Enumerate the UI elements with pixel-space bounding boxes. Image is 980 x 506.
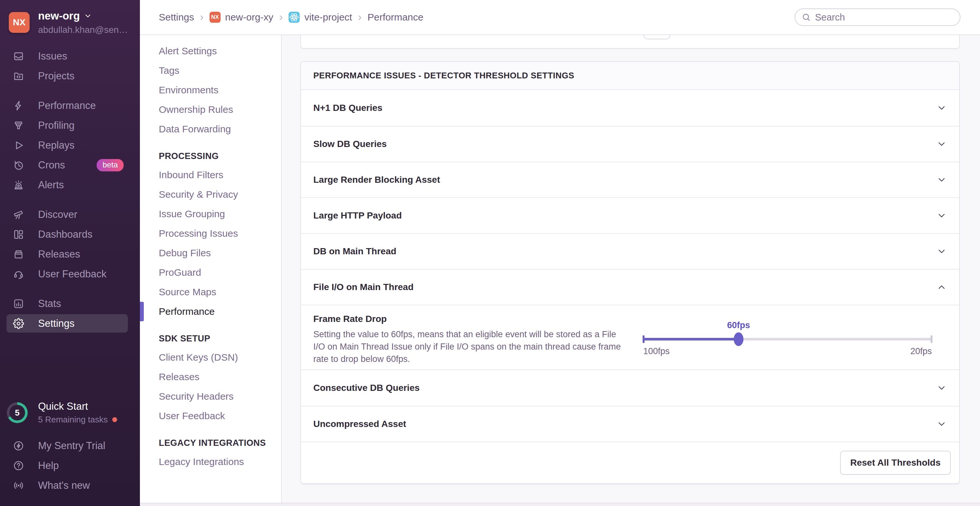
sidebar-item-replays[interactable]: Replays — [0, 135, 140, 155]
trial-icon — [13, 440, 24, 451]
settings-nav-item-proguard[interactable]: ProGuard — [140, 263, 281, 282]
settings-nav-item-alert-settings[interactable]: Alert Settings — [140, 41, 281, 61]
slider-end-cap — [931, 335, 932, 343]
accordion-row-n-1-db-queries[interactable]: N+1 DB Queries — [301, 90, 959, 126]
detector-threshold-panel: PERFORMANCE ISSUES - DETECTOR THRESHOLD … — [300, 61, 960, 484]
collapse-notch-button[interactable] — [644, 35, 670, 40]
accordion-row-file-i-o-on-main-thread[interactable]: File I/O on Main Thread — [301, 269, 959, 305]
slider-fill — [643, 338, 738, 341]
settings-nav-section-processing: PROCESSING — [140, 147, 281, 165]
top-header-bar: Settings›NXnew-org-xy›vite-project›Perfo… — [140, 0, 980, 35]
accordion-row-label: Large HTTP Payload — [313, 210, 936, 221]
sidebar-item-label: Discover — [38, 209, 78, 220]
settings-nav-item-inbound-filters[interactable]: Inbound Filters — [140, 165, 281, 185]
breadcrumb-item-settings[interactable]: Settings — [159, 12, 194, 23]
accordion-row-large-http-payload[interactable]: Large HTTP Payload — [301, 197, 959, 233]
sidebar-item-label: User Feedback — [38, 268, 107, 280]
settings-nav-label: Debug Files — [159, 247, 211, 259]
slider-min-label: 100fps — [643, 346, 670, 357]
settings-nav-item-performance[interactable]: Performance — [140, 302, 281, 321]
accordion-row-slow-db-queries[interactable]: Slow DB Queries — [301, 126, 959, 162]
sidebar-footer-nav: My Sentry TrialHelpWhat's new — [0, 436, 140, 495]
settings-nav-label: Alert Settings — [159, 46, 217, 57]
settings-nav-label: ProGuard — [159, 267, 201, 278]
sidebar-item-label: My Sentry Trial — [38, 440, 105, 452]
crons-icon — [13, 160, 24, 171]
sidebar-item-profiling[interactable]: Profiling — [0, 116, 140, 135]
breadcrumb-item-performance[interactable]: Performance — [368, 12, 423, 23]
accordion-rows-top: N+1 DB QueriesSlow DB QueriesLarge Rende… — [301, 89, 959, 305]
settings-nav-item-tags[interactable]: Tags — [140, 61, 281, 80]
panel-footer: Reset All Thresholds — [301, 442, 959, 483]
sidebar-item-projects[interactable]: Projects — [0, 66, 140, 86]
sidebar-item-issues[interactable]: Issues — [0, 46, 140, 66]
whats-new-icon — [13, 480, 24, 491]
settings-nav-item-ownership-rules[interactable]: Ownership Rules — [140, 100, 281, 119]
help-icon — [13, 460, 24, 471]
settings-nav-item-user-feedback[interactable]: User Feedback — [140, 406, 281, 426]
settings-nav-item-source-maps[interactable]: Source Maps — [140, 282, 281, 302]
sidebar-item-user-feedback[interactable]: User Feedback — [0, 264, 140, 284]
accordion-row-db-on-main-thread[interactable]: DB on Main Thread — [301, 233, 959, 269]
slider-handle[interactable] — [734, 332, 743, 346]
sidebar-item-label: Issues — [38, 51, 67, 62]
sidebar-item-label: Profiling — [38, 120, 75, 132]
settings-nav-item-environments[interactable]: Environments — [140, 80, 281, 100]
reset-all-thresholds-button[interactable]: Reset All Thresholds — [840, 451, 951, 475]
sidebar-item-settings[interactable]: Settings — [0, 314, 140, 333]
breadcrumb-label: Settings — [159, 12, 194, 23]
breadcrumb-item-vite-project[interactable]: vite-project — [289, 12, 352, 23]
sidebar-item-releases[interactable]: Releases — [0, 244, 140, 264]
sidebar-group: StatsSettings — [0, 293, 140, 333]
breadcrumb-item-new-org-xy[interactable]: NXnew-org-xy — [210, 12, 273, 23]
settings-nav-item-client-keys-dsn[interactable]: Client Keys (DSN) — [140, 347, 281, 367]
settings-nav-item-releases[interactable]: Releases — [140, 367, 281, 387]
sidebar-item-alerts[interactable]: Alerts — [0, 175, 140, 195]
search-box[interactable] — [795, 8, 961, 26]
sidebar-item-discover[interactable]: Discover — [0, 205, 140, 224]
quick-start-progress-ring: 5 — [7, 402, 28, 423]
sidebar-item-help[interactable]: Help — [0, 455, 140, 476]
main-content: PERFORMANCE ISSUES - DETECTOR THRESHOLD … — [282, 35, 980, 503]
chevron-down-icon — [936, 174, 947, 185]
horizontal-scrollbar-track[interactable] — [140, 503, 980, 506]
active-indicator — [140, 302, 144, 321]
sidebar-group: DiscoverDashboardsReleasesUser Feedback — [0, 205, 140, 284]
settings-nav-item-issue-grouping[interactable]: Issue Grouping — [140, 204, 281, 224]
sidebar-item-dashboards[interactable]: Dashboards — [0, 224, 140, 244]
sidebar-item-performance[interactable]: Performance — [0, 95, 140, 116]
accordion-row-label: DB on Main Thread — [313, 246, 936, 257]
settings-nav-label: Data Forwarding — [159, 124, 231, 135]
quick-start-count: 5 — [10, 405, 25, 420]
sidebar-item-stats[interactable]: Stats — [0, 293, 140, 314]
breadcrumb-label: new-org-xy — [225, 12, 273, 23]
accordion-row-label: N+1 DB Queries — [313, 103, 936, 113]
sidebar-item-crons[interactable]: Cronsbeta — [0, 155, 140, 175]
sidebar-item-label: Releases — [38, 249, 80, 260]
search-input[interactable] — [815, 12, 945, 23]
accordion-row-consecutive-db-queries[interactable]: Consecutive DB Queries — [301, 370, 959, 406]
settings-nav-item-data-forwarding[interactable]: Data Forwarding — [140, 119, 281, 139]
chevron-up-icon — [936, 282, 947, 292]
settings-nav-item-processing-issues[interactable]: Processing Issues — [140, 224, 281, 243]
notification-dot — [112, 417, 117, 422]
accordion-row-large-render-blocking-asset[interactable]: Large Render Blocking Asset — [301, 162, 959, 197]
org-switcher[interactable]: NX new-org abdullah.khan@sen… — [0, 0, 140, 35]
org-meta: new-org abdullah.khan@sen… — [38, 10, 128, 35]
quick-start[interactable]: 5 Quick Start 5 Remaining tasks — [0, 401, 117, 425]
settings-nav-item-security-privacy[interactable]: Security & Privacy — [140, 185, 281, 204]
projects-icon — [13, 71, 24, 82]
settings-nav-item-debug-files[interactable]: Debug Files — [140, 243, 281, 263]
sidebar-item-my-sentry-trial[interactable]: My Sentry Trial — [0, 436, 140, 455]
sidebar-item-what-s-new[interactable]: What's new — [0, 476, 140, 495]
previous-card-partial — [300, 35, 960, 49]
performance-icon — [13, 100, 24, 111]
settings-nav-item-legacy-integrations[interactable]: Legacy Integrations — [140, 452, 281, 471]
accordion-row-uncompressed-asset[interactable]: Uncompressed Asset — [301, 406, 959, 442]
settings-nav-label: Processing Issues — [159, 228, 238, 239]
settings-nav-section-legacy-integrations: LEGACY INTEGRATIONS — [140, 434, 281, 452]
slider-max-label: 20fps — [910, 346, 932, 357]
settings-nav-item-security-headers[interactable]: Security Headers — [140, 387, 281, 406]
sidebar-item-label: Performance — [38, 100, 95, 111]
app-root: NX new-org abdullah.khan@sen… IssuesProj… — [0, 0, 980, 506]
